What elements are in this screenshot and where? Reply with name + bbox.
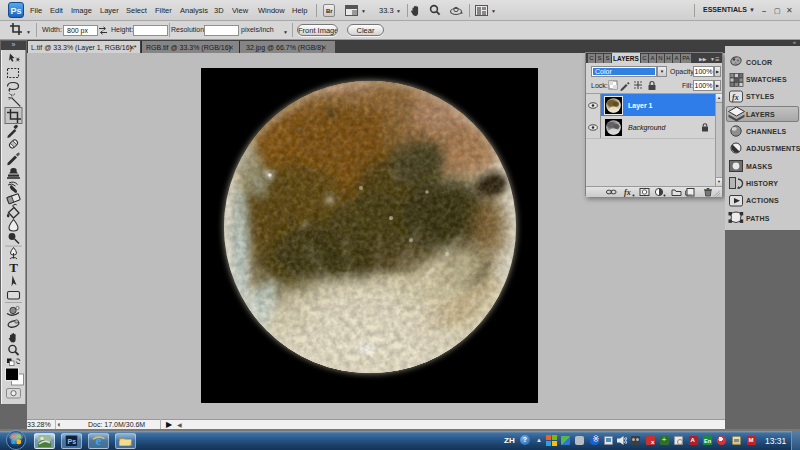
svg-text:T: T bbox=[9, 260, 18, 275]
svg-text:fx: fx bbox=[624, 188, 631, 197]
svg-text:e: e bbox=[96, 434, 102, 447]
svg-text:fx: fx bbox=[732, 93, 739, 102]
